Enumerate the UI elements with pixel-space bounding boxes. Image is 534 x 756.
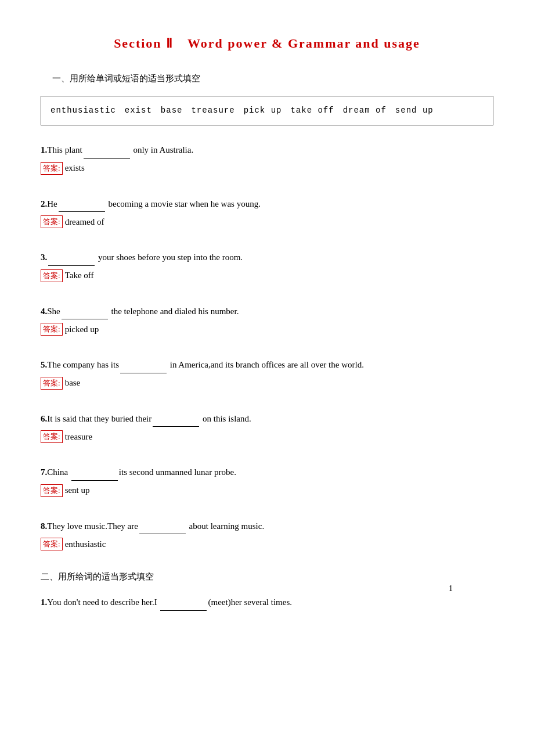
page-title: Section Ⅱ Word power & Grammar and usage bbox=[41, 35, 493, 52]
question-8-text: 8.They love music.They are about learnin… bbox=[41, 518, 493, 535]
answer-1: 答案: exists bbox=[41, 162, 85, 175]
section1-heading: 一、用所给单词或短语的适当形式填空 bbox=[52, 73, 493, 84]
answer-text-5: base bbox=[65, 378, 81, 388]
answer-text-7: sent up bbox=[65, 485, 90, 495]
question-7-text: 7.China its second unmanned lunar probe. bbox=[41, 464, 493, 481]
question-5: 5.The company has its in America,and its… bbox=[41, 357, 493, 400]
answer-7: 答案: sent up bbox=[41, 484, 90, 497]
question-5-text: 5.The company has its in America,and its… bbox=[41, 357, 493, 373]
question-8: 8.They love music.They are about learnin… bbox=[41, 518, 493, 561]
blank-4 bbox=[62, 319, 108, 319]
question-1: 1.This plant only in Australia. 答案: exis… bbox=[41, 142, 493, 185]
question-1-text: 1.This plant only in Australia. bbox=[41, 142, 493, 159]
question-3: 3. your shoes before you step into the r… bbox=[41, 249, 493, 293]
blank-8 bbox=[139, 534, 186, 534]
answer-label-7: 答案: bbox=[41, 484, 63, 497]
question-s2-1: 1.You don't need to describe her.I (meet… bbox=[41, 594, 493, 611]
answer-text-3: Take off bbox=[65, 271, 94, 280]
page-number: 1 bbox=[449, 584, 453, 593]
answer-text-4: picked up bbox=[65, 325, 99, 334]
blank-7 bbox=[71, 480, 118, 481]
question-6: 6.It is said that they buried their on t… bbox=[41, 411, 493, 454]
answer-3: 答案: Take off bbox=[41, 269, 94, 282]
section2-heading: 二、用所给词的适当形式填空 bbox=[41, 571, 493, 582]
blank-2 bbox=[59, 211, 105, 212]
blank-s2-1 bbox=[160, 610, 207, 611]
answer-label-1: 答案: bbox=[41, 162, 63, 175]
answer-text-1: exists bbox=[65, 163, 85, 173]
answer-4: 答案: picked up bbox=[41, 323, 99, 336]
answer-label-8: 答案: bbox=[41, 538, 63, 550]
answer-label-5: 答案: bbox=[41, 377, 63, 390]
answer-text-8: enthusiastic bbox=[65, 539, 106, 549]
question-6-text: 6.It is said that they buried their on t… bbox=[41, 411, 493, 427]
answer-text-6: treasure bbox=[65, 432, 92, 442]
answer-label-2: 答案: bbox=[41, 215, 63, 228]
blank-6 bbox=[153, 426, 199, 427]
answer-5: 答案: base bbox=[41, 377, 80, 390]
answer-label-3: 答案: bbox=[41, 269, 63, 282]
blank-3 bbox=[48, 265, 95, 266]
question-7: 7.China its second unmanned lunar probe.… bbox=[41, 464, 493, 507]
question-4-text: 4.She the telephone and dialed his numbe… bbox=[41, 303, 493, 320]
answer-8: 答案: enthusiastic bbox=[41, 538, 106, 550]
question-4: 4.She the telephone and dialed his numbe… bbox=[41, 303, 493, 347]
question-s2-1-text: 1.You don't need to describe her.I (meet… bbox=[41, 594, 493, 611]
question-3-text: 3. your shoes before you step into the r… bbox=[41, 249, 493, 266]
answer-label-6: 答案: bbox=[41, 430, 63, 443]
answer-text-2: dreamed of bbox=[65, 217, 104, 227]
word-box: enthusiastic exist base treasure pick up… bbox=[41, 96, 493, 125]
answer-6: 答案: treasure bbox=[41, 430, 92, 443]
blank-1 bbox=[84, 158, 130, 159]
question-2-text: 2.He becoming a movie star when he was y… bbox=[41, 196, 493, 213]
answer-label-4: 答案: bbox=[41, 323, 63, 336]
blank-5 bbox=[120, 373, 167, 373]
question-2: 2.He becoming a movie star when he was y… bbox=[41, 196, 493, 239]
answer-2: 答案: dreamed of bbox=[41, 215, 104, 228]
